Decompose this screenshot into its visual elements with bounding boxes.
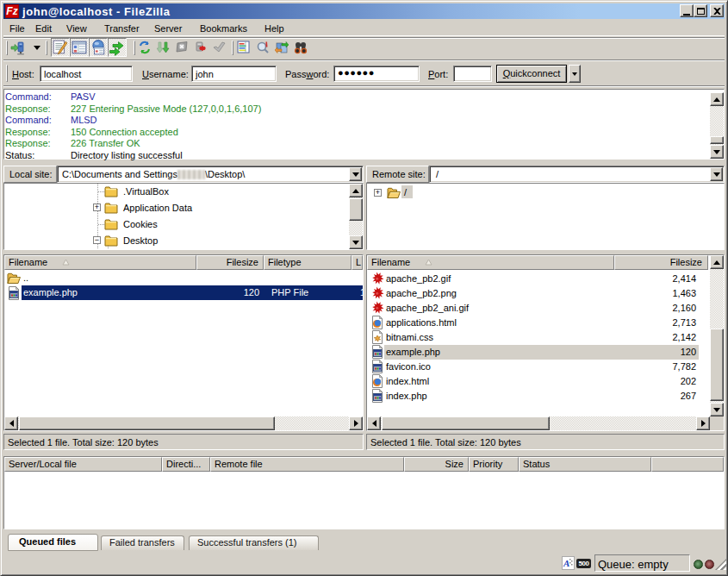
svg-text:A: A bbox=[563, 558, 569, 568]
